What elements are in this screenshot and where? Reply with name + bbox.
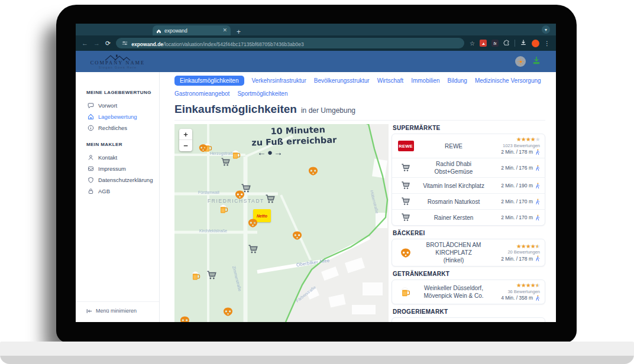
walking-person-icon xyxy=(535,255,540,262)
back-icon[interactable]: ← xyxy=(82,40,88,47)
poi-row-rewe[interactable]: REWE REWE ★★★★★★★★★★ 1023 Bewertungen 2 … xyxy=(392,134,545,158)
poi-name: Rachid Dhabi Obst+Gemüse xyxy=(416,160,491,176)
tab-search-chevron-icon[interactable]: ▾ xyxy=(542,25,550,34)
sidebar-item-vorwort[interactable]: Vorwort xyxy=(76,100,159,111)
section-header: SUPERMÄRKTE xyxy=(393,125,545,131)
zoom-out-button[interactable]: − xyxy=(179,140,192,151)
tab-bildung[interactable]: Bildung xyxy=(448,76,467,86)
sidebar-item-label: Datenschutzerklärung xyxy=(98,177,153,183)
browser-tab[interactable]: expowand ✕ xyxy=(153,25,231,35)
sidebar-item-label: Rechtliches xyxy=(98,125,127,131)
zoom-in-button[interactable]: + xyxy=(179,129,192,140)
tab-wirtschaft[interactable]: Wirtschaft xyxy=(377,76,403,86)
shopping-cart-icon[interactable] xyxy=(206,270,217,283)
sidebar-item-agb[interactable]: AGB xyxy=(76,186,159,197)
rating-stars: ★★★★★★★★★★ xyxy=(516,282,540,288)
review-count: 36 Bewertungen xyxy=(507,289,540,294)
pretzel-icon[interactable] xyxy=(292,230,303,243)
poi-row-drogeriemarkt[interactable]: dm-drogerie markt 5 Min. / 452 m xyxy=(392,318,545,322)
address-bar[interactable]: expowand.de/locationValuation/index/542f… xyxy=(116,38,464,48)
tab-verkehrsinfrastruktur[interactable]: Verkehrsinfrastruktur xyxy=(252,76,306,86)
distance-text: 2 Min. / 170 m xyxy=(501,214,533,220)
new-tab-button[interactable]: + xyxy=(237,28,241,35)
sidebar-item-label: AGB xyxy=(98,188,110,194)
tab-sportmoeglichkeiten[interactable]: Sportmöglichkeiten xyxy=(237,89,287,99)
shopping-cart-icon[interactable] xyxy=(265,194,276,207)
fx-extension-icon[interactable]: fx xyxy=(491,40,499,47)
tab-close-icon[interactable]: ✕ xyxy=(222,28,227,33)
shopping-cart-icon[interactable] xyxy=(241,183,251,196)
shopping-cart-icon xyxy=(401,197,410,206)
pretzel-icon[interactable] xyxy=(198,143,208,155)
poi-name: Rosmarin Naturkost xyxy=(416,198,491,206)
browser-tabstrip: expowand ✕ + ▾ xyxy=(76,24,556,35)
shopping-cart-icon[interactable] xyxy=(221,157,231,170)
laptop-screen-bezel: expowand ✕ + ▾ ← → ⟳ expowand.de/locatio… xyxy=(56,5,577,343)
sidebar-item-label: Lagebewertung xyxy=(98,113,137,120)
toolbar-divider xyxy=(515,40,515,47)
sidebar: MEINE LAGEBEWERTUNG Vorwort Lagebewertun… xyxy=(76,72,160,322)
map[interactable]: + − 10 Minuten zu Fuß erreichbar ←●→ FRI… xyxy=(174,124,389,322)
beer-mug-icon[interactable] xyxy=(231,149,242,162)
extensions-puzzle-icon[interactable] xyxy=(503,38,510,48)
tab-einkaufsmoeglichkeiten[interactable]: Einkaufsmöglichkeiten xyxy=(174,76,244,86)
tab-bevoelkerungsstruktur[interactable]: Bevölkerungsstruktur xyxy=(314,76,370,86)
kebab-menu-icon[interactable]: ⋮ xyxy=(544,40,550,47)
poi-row-getraenkemarkt[interactable]: Weinkeller Düsseldorf,Mövenpick Wein & C… xyxy=(392,280,545,304)
person-icon xyxy=(88,154,94,161)
shield-icon xyxy=(88,177,94,183)
sidebar-item-datenschutz[interactable]: Datenschutzerklärung xyxy=(76,174,159,186)
browser-toolbar: ← → ⟳ expowand.de/locationValuation/inde… xyxy=(76,35,556,51)
company-logo[interactable]: COMPANY NAME Slogan Goes Here xyxy=(76,54,160,69)
section-supermaerkte: SUPERMÄRKTE REWE REWE ★★★★★★★★★★ 1023 Be… xyxy=(392,125,545,226)
profile-avatar[interactable] xyxy=(532,40,539,47)
tab-immobilien[interactable]: Immobilien xyxy=(411,76,439,86)
pretzel-icon xyxy=(400,247,412,259)
poi-row[interactable]: Rainer Kersten 2 Min. / 170 m xyxy=(392,209,545,225)
map-annotation: 10 Minuten zu Fuß erreichbar xyxy=(244,124,344,148)
forward-icon[interactable]: → xyxy=(93,40,100,47)
shopping-cart-icon[interactable] xyxy=(248,244,258,257)
pretzel-icon[interactable] xyxy=(308,165,319,179)
info-circle-icon xyxy=(88,125,94,131)
pretzel-icon[interactable] xyxy=(179,315,190,322)
chat-bubble-icon xyxy=(88,102,94,109)
sidebar-item-impressum[interactable]: Impressum xyxy=(76,163,159,174)
reload-icon[interactable]: ⟳ xyxy=(105,40,111,47)
pretzel-icon[interactable] xyxy=(222,306,234,320)
tab-title: expowand xyxy=(164,28,219,34)
sidebar-item-rechtliches[interactable]: Rechtliches xyxy=(76,122,159,134)
poi-row[interactable]: Rosmarin Naturkost 2 Min. / 170 m xyxy=(392,193,545,209)
poi-row-baeckerei[interactable]: BROTLÄDCHEN AM KIRCHPLATZ(Hinkel) ★★★★★★… xyxy=(392,239,545,266)
user-avatar[interactable] xyxy=(515,56,526,67)
company-name: COMPANY NAME xyxy=(90,60,145,66)
laptop-mockup: expowand ✕ + ▾ ← → ⟳ expowand.de/locatio… xyxy=(0,0,634,364)
distance-text: 2 Min. / 176 m xyxy=(501,165,533,171)
site-settings-icon[interactable] xyxy=(122,38,128,48)
download-icon[interactable] xyxy=(520,38,527,48)
poi-row[interactable]: Vitamin Insel Kirchplatz 2 Min. / 190 m xyxy=(392,177,545,193)
acrobat-extension-icon[interactable] xyxy=(480,40,487,47)
street-label: Fürstenwall xyxy=(198,190,219,194)
beer-mug-icon[interactable] xyxy=(190,270,202,284)
tab-gastronomieangebot[interactable]: Gastronomieangebot xyxy=(174,89,229,99)
poi-name: Vitamin Insel Kirchplatz xyxy=(416,182,491,190)
toothbrush-icon xyxy=(400,322,411,323)
walking-person-icon xyxy=(535,183,540,189)
sun-loading-icon xyxy=(517,58,524,65)
beer-mug-icon[interactable] xyxy=(218,203,229,217)
poi-name: Rainer Kersten xyxy=(416,214,491,222)
collapse-menu-button[interactable]: Menü minimieren xyxy=(76,301,159,322)
bookmark-star-icon[interactable]: ☆ xyxy=(470,40,475,47)
page-subtitle: in der Umgebung xyxy=(301,106,355,115)
section-baeckerei: BÄCKEREI BROTLÄDCHEN AM KIRCHPLATZ(Hinke… xyxy=(392,230,545,266)
beer-mug-icon xyxy=(400,286,412,298)
tab-medizinische-versorgung[interactable]: Medizinische Versorgung xyxy=(475,76,541,86)
download-report-icon[interactable] xyxy=(532,56,541,67)
sidebar-item-lagebewertung[interactable]: Lagebewertung xyxy=(76,111,159,122)
poi-row[interactable]: Rachid Dhabi Obst+Gemüse 2 Min. / 176 m xyxy=(392,158,545,177)
category-tabs-row1: Einkaufsmöglichkeiten Verkehrsinfrastruk… xyxy=(174,76,545,86)
pretzel-icon[interactable] xyxy=(247,217,258,231)
sidebar-item-kontakt[interactable]: Kontakt xyxy=(76,152,159,163)
walking-person-icon xyxy=(535,165,540,171)
